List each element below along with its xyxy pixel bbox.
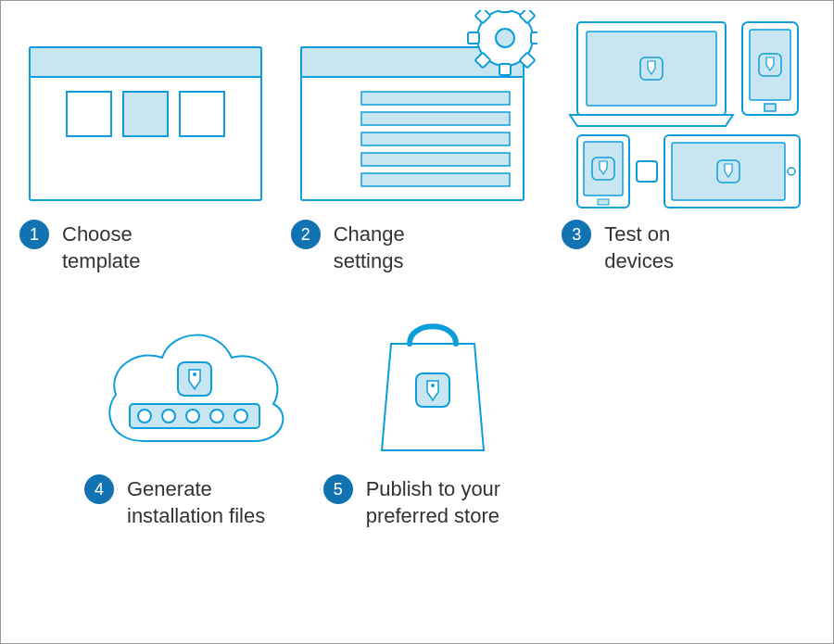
step-3-label-row: 3 Test ondevices [562, 220, 815, 274]
svg-point-47 [431, 384, 435, 387]
svg-rect-2 [67, 92, 111, 136]
step-3-illustration [562, 10, 815, 214]
svg-rect-4 [180, 92, 224, 136]
svg-rect-9 [361, 133, 510, 145]
svg-point-43 [234, 410, 247, 423]
svg-rect-3 [123, 92, 168, 136]
step-2: 2 Changesettings [291, 10, 544, 274]
step-5-label-row: 5 Publish to yourpreferred store [323, 474, 544, 529]
step-5-label: Publish to yourpreferred store [366, 474, 501, 529]
svg-rect-16 [468, 32, 479, 44]
svg-point-39 [138, 410, 151, 423]
svg-rect-15 [499, 64, 511, 75]
step-1-badge: 1 [19, 220, 49, 249]
step-4: 4 Generateinstallation files [84, 302, 305, 529]
svg-rect-1 [30, 47, 261, 77]
step-1-label-row: 1 Choosetemplate [19, 220, 272, 274]
svg-rect-14 [499, 10, 511, 12]
step-2-badge: 2 [291, 220, 321, 249]
svg-point-33 [788, 168, 795, 175]
step-4-badge: 4 [84, 474, 114, 504]
step-4-label-row: 4 Generateinstallation files [84, 474, 305, 529]
step-2-label: Changesettings [334, 220, 405, 274]
row2-container: 4 Generateinstallation files 5 Publish t… [19, 302, 543, 529]
step-3-label: Test ondevices [604, 220, 674, 274]
steps-grid: 1 Choosetemplate [1, 1, 833, 538]
svg-point-45 [193, 373, 196, 376]
svg-point-41 [186, 410, 199, 423]
svg-rect-7 [361, 92, 510, 105]
svg-point-42 [210, 410, 223, 423]
step-1-illustration [19, 10, 272, 214]
svg-rect-30 [637, 161, 657, 182]
step-1: 1 Choosetemplate [19, 10, 272, 274]
settings-window-icon [297, 10, 537, 214]
step-5-illustration [323, 302, 544, 469]
step-1-label: Choosetemplate [62, 220, 140, 274]
template-window-icon [25, 19, 266, 205]
svg-rect-11 [361, 173, 510, 186]
step-4-label: Generateinstallation files [127, 474, 265, 529]
svg-rect-26 [764, 104, 776, 111]
svg-rect-29 [598, 199, 609, 205]
step-4-illustration [84, 302, 305, 469]
svg-rect-17 [531, 32, 537, 44]
shopping-bag-icon [359, 307, 507, 464]
svg-rect-8 [361, 112, 510, 125]
step-3: 3 Test ondevices [562, 10, 815, 274]
svg-point-13 [496, 29, 514, 47]
devices-icon [568, 15, 809, 209]
step-3-badge: 3 [562, 220, 591, 249]
step-2-label-row: 2 Changesettings [291, 220, 544, 274]
svg-rect-10 [361, 153, 510, 166]
cloud-factory-icon [93, 307, 297, 464]
step-2-illustration [291, 10, 544, 214]
svg-point-40 [162, 410, 175, 423]
step-5-badge: 5 [323, 474, 353, 504]
step-5: 5 Publish to yourpreferred store [323, 302, 544, 529]
